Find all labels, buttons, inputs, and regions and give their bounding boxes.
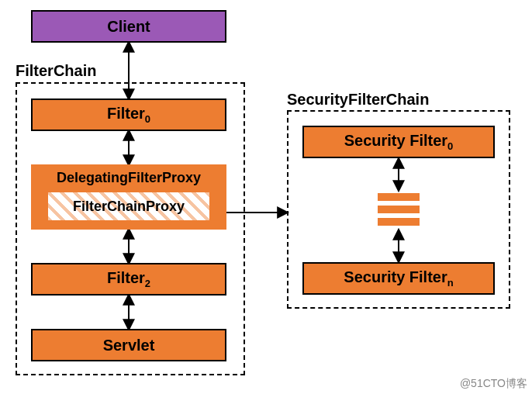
- servlet-box: Servlet: [31, 329, 226, 361]
- filter0-label: Filter0: [107, 105, 150, 125]
- delegating-title: DelegatingFilterProxy: [57, 170, 201, 186]
- filter-chain-proxy: FilterChainProxy: [47, 191, 211, 222]
- security-filter0-box: Security Filter0: [302, 126, 495, 158]
- delegating-filter-proxy: DelegatingFilterProxy FilterChainProxy: [31, 164, 226, 230]
- watermark: @51CTO博客: [460, 377, 527, 391]
- client-label: Client: [107, 18, 150, 36]
- filter0-box: Filter0: [31, 98, 226, 131]
- filter-chain-proxy-label: FilterChainProxy: [73, 199, 185, 215]
- filter2-box: Filter2: [31, 263, 226, 296]
- security-filtern-label: Security Filtern: [344, 268, 453, 289]
- client-box: Client: [31, 10, 226, 43]
- stack-bar: [378, 206, 420, 213]
- security-filter0-label: Security Filter0: [344, 132, 454, 152]
- stack-bar: [378, 218, 420, 226]
- security-filtern-box: Security Filtern: [302, 262, 495, 295]
- filterchain-label: FilterChain: [16, 62, 96, 80]
- stack-bar: [378, 193, 420, 201]
- securityfilterchain-label: SecurityFilterChain: [287, 91, 429, 109]
- servlet-label: Servlet: [103, 337, 155, 354]
- filter2-label: Filter2: [107, 269, 150, 289]
- diagram-canvas: Client FilterChain Filter0 DelegatingFil…: [0, 0, 532, 394]
